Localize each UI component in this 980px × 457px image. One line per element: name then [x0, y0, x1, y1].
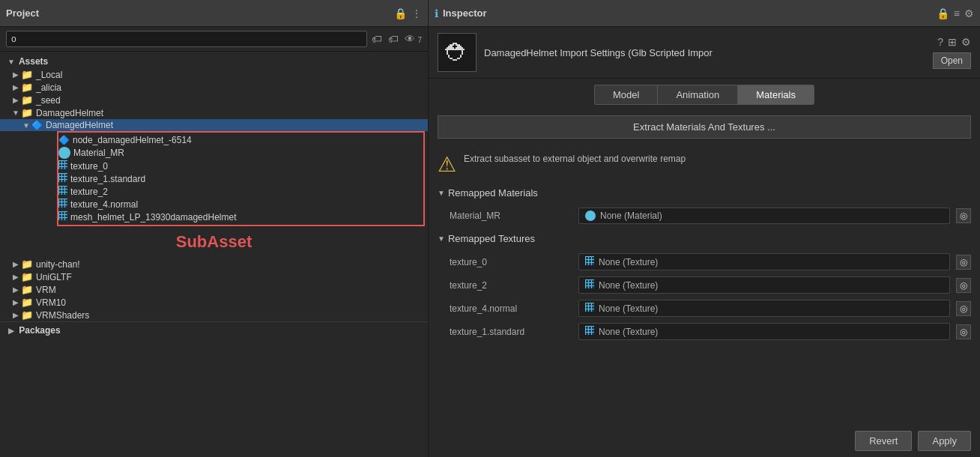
folder-icon: 📁 [21, 309, 33, 321]
tag-icon[interactable]: 🏷 [372, 33, 382, 45]
tab-materials[interactable]: Materials [737, 85, 814, 105]
open-button[interactable]: Open [933, 52, 971, 69]
inspector-title: Inspector [443, 7, 487, 19]
texture-grid-icon [585, 279, 594, 291]
unigltf-label: UniGLTF [36, 272, 72, 282]
warning-box: ⚠ Extract subasset to external object an… [429, 143, 980, 184]
texture2-target-button[interactable]: ◎ [956, 278, 971, 293]
help-icon[interactable]: ? [937, 36, 943, 48]
node-damaged-label: node_damagedHelmet_-6514 [73, 135, 192, 145]
menu-icon[interactable]: ⋮ [411, 7, 422, 19]
remapped-materials-table: Material_MR None (Material) ◎ [429, 202, 980, 230]
texture0-target-button[interactable]: ◎ [956, 255, 971, 270]
gear-icon[interactable]: ⚙ [964, 7, 974, 19]
folder-icon: 📁 [21, 297, 33, 308]
remapped-materials-section[interactable]: ▼ Remapped Materials [429, 184, 980, 202]
extract-materials-button[interactable]: Extract Materials And Textures ... [438, 115, 971, 139]
material-mr-target-button[interactable]: ◎ [956, 208, 971, 223]
tree-item-seed[interactable]: 📁 _seed [0, 94, 428, 106]
assets-section-header: Assets [0, 55, 428, 68]
vrmshaders-arrow [10, 311, 21, 319]
asset-thumbnail: ⛑ [438, 33, 477, 72]
none-texture2-text: None (Texture) [599, 280, 658, 291]
tree-item-texture4[interactable]: texture_4.normal [58, 198, 423, 211]
project-title: Project [6, 7, 39, 19]
tree-item-mesh-helmet[interactable]: mesh_helmet_LP_13930damagedHelmet [58, 211, 423, 223]
remapped-textures-table: texture_0 None (Texture) ◎ texture_2 Non… [429, 247, 980, 346]
inspector-panel: ℹ Inspector 🔒 ≡ ⚙ ⛑ DamagedHelmet Import… [429, 0, 980, 457]
tree-item-damagedhelmet-asset[interactable]: 🔷 DamagedHelmet [0, 119, 428, 131]
texture0-remap-row: texture_0 None (Texture) ◎ [438, 250, 971, 273]
helmet-icon: ⛑ [445, 39, 469, 67]
tree-item-unigltf[interactable]: 📁 UniGLTF [0, 270, 428, 283]
vrm-label: VRM [36, 285, 56, 295]
lock-icon[interactable]: 🔒 [394, 7, 407, 19]
texture-grid-icon [585, 256, 594, 267]
texture-icon [58, 173, 67, 184]
texture0-label: texture_0 [70, 161, 108, 172]
tree-item-texture0[interactable]: texture_0 [58, 160, 423, 172]
tree-item-unitychan[interactable]: 📁 unity-chan! [0, 258, 428, 270]
asset-header: ⛑ DamagedHelmet Import Settings (Glb Scr… [429, 27, 980, 79]
material-mr-label: Material_MR [73, 148, 124, 158]
tree-item-vrmshaders[interactable]: 📁 VRMShaders [0, 309, 428, 321]
inspector-title-area: ℹ Inspector [435, 7, 487, 19]
remapped-textures-arrow: ▼ [438, 234, 445, 243]
folder-icon: 📁 [21, 82, 33, 93]
texture4-target-button[interactable]: ◎ [956, 301, 971, 316]
tab-model[interactable]: Model [594, 85, 657, 105]
remapped-textures-section[interactable]: ▼ Remapped Textures [429, 230, 980, 247]
info-icon: ℹ [435, 7, 438, 19]
folder-icon: 📁 [21, 94, 33, 106]
layout-icon[interactable]: ⊞ [948, 36, 957, 48]
tree-item-texture2[interactable]: texture_2 [58, 185, 423, 198]
texture2-label: texture_2 [70, 187, 108, 197]
assets-arrow[interactable] [6, 58, 16, 66]
tree-item-damagedhelmet-folder[interactable]: 📁 DamagedHelmet [0, 106, 428, 119]
alicia-arrow [10, 83, 21, 91]
texture1-remap-label: texture_1.standard [438, 327, 572, 337]
eye-icon[interactable]: 👁 7 [405, 33, 422, 45]
more-icon[interactable]: ⚙ [961, 36, 971, 48]
unitychan-arrow [10, 260, 21, 268]
local-label: _Local [36, 70, 62, 80]
mesh-helmet-label: mesh_helmet_LP_13930damagedHelmet [70, 212, 236, 223]
bottom-buttons: Revert Apply [429, 425, 980, 457]
tree-item-alicia[interactable]: 📁 _alicia [0, 81, 428, 94]
texture1-target-button[interactable]: ◎ [956, 324, 971, 339]
search-input[interactable] [6, 31, 367, 47]
vrm10-label: VRM10 [36, 297, 66, 308]
label-icon[interactable]: 🏷 [388, 33, 399, 45]
revert-button[interactable]: Revert [855, 431, 912, 451]
tree-item-vrm10[interactable]: 📁 VRM10 [0, 296, 428, 309]
apply-button[interactable]: Apply [918, 431, 971, 451]
damagedhelmet-folder-label: DamagedHelmet [36, 108, 103, 118]
remapped-materials-title: Remapped Materials [448, 187, 538, 199]
mesh-icon: 🔷 [58, 135, 70, 145]
tree-item-texture1[interactable]: texture_1.standard [58, 172, 423, 185]
material-icon [58, 147, 70, 159]
lock-icon[interactable]: 🔒 [937, 7, 949, 19]
texture-icon [58, 199, 67, 210]
tree-item-vrm[interactable]: 📁 VRM [0, 283, 428, 296]
tabs-row: Model Animation Materials [429, 79, 980, 111]
tab-animation[interactable]: Animation [657, 85, 737, 105]
texture2-remap-label: texture_2 [438, 280, 572, 291]
subasset-label: SubAsset [0, 226, 428, 258]
asset-header-right: ? ⊞ ⚙ Open [933, 36, 971, 69]
folder-icon: 📁 [21, 69, 33, 80]
project-header-icons: 🔒 ⋮ [394, 7, 422, 19]
vrm-arrow [10, 285, 21, 294]
texture2-remap-value: None (Texture) [578, 276, 950, 294]
folder-icon: 📁 [21, 271, 33, 282]
packages-arrow[interactable] [6, 327, 16, 335]
settings-icon[interactable]: ≡ [954, 7, 960, 19]
texture4-remap-value: None (Texture) [578, 300, 950, 317]
none-texture0-text: None (Texture) [599, 257, 658, 267]
unitychan-label: unity-chan! [36, 259, 80, 270]
tree-item-node-damaged[interactable]: 🔷 node_damagedHelmet_-6514 [58, 134, 423, 146]
none-texture1-text: None (Texture) [599, 327, 658, 337]
tree-item-material-mr[interactable]: Material_MR [58, 146, 423, 160]
tree-item-local[interactable]: 📁 _Local [0, 68, 428, 81]
inspector-header-icons: 🔒 ≡ ⚙ [937, 7, 974, 19]
